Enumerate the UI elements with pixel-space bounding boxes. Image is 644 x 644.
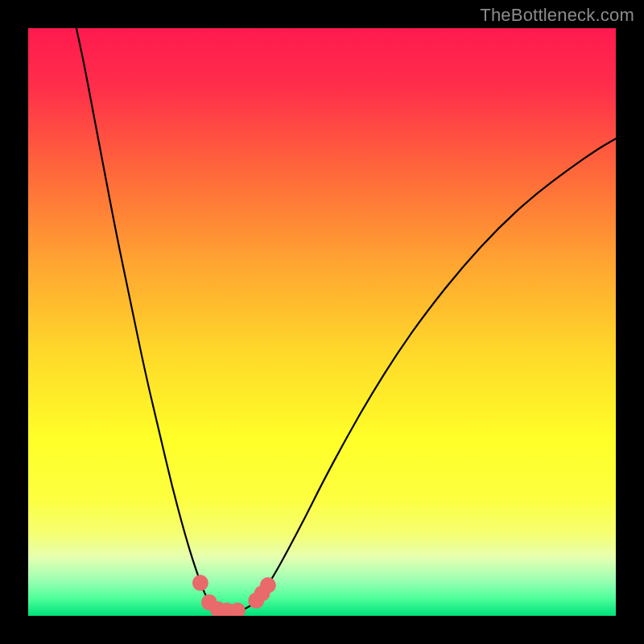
gradient-background bbox=[28, 28, 616, 616]
watermark-text: TheBottleneck.com bbox=[480, 5, 634, 26]
marker-dot bbox=[260, 577, 276, 593]
chart-frame: TheBottleneck.com bbox=[0, 0, 644, 644]
marker-dot bbox=[192, 575, 208, 591]
plot-area bbox=[28, 28, 616, 616]
chart-svg bbox=[28, 28, 616, 616]
